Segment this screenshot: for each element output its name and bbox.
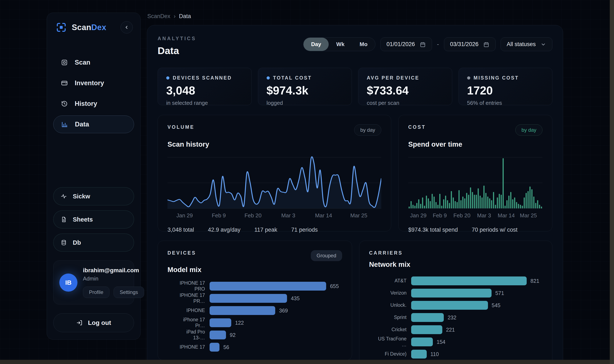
sidebar-item-label: Inventory xyxy=(75,79,104,87)
inventory-icon xyxy=(61,79,68,87)
calendar-icon xyxy=(483,41,489,48)
sidebar-item-scan[interactable]: Scan xyxy=(53,54,134,71)
settings-button[interactable]: Settings xyxy=(114,286,144,298)
x-tick-label: Mar 14 xyxy=(315,212,332,219)
hbar-category-label: US TracFone … xyxy=(369,336,406,348)
hbar-row: Sprint232 xyxy=(369,312,542,324)
hbar-bar xyxy=(411,350,427,359)
hbar-row: AT&T821 xyxy=(369,275,542,287)
tool-label: Db xyxy=(73,239,81,246)
stat-dot xyxy=(467,76,470,79)
hbar-value: 92 xyxy=(230,332,236,338)
chart-eyebrow: COST xyxy=(408,124,426,130)
granularity-toggle[interactable]: DayWkMo xyxy=(303,38,375,51)
grouped-toggle-chip[interactable]: Grouped xyxy=(311,250,342,261)
scandex-logo-icon xyxy=(55,21,67,33)
sidebar-item-inventory[interactable]: Inventory xyxy=(53,74,134,92)
footer-stat: 71 periods xyxy=(291,227,318,233)
page-header: ANALYTICS Data DayWkMo 01/01/2026 - 03/3… xyxy=(157,36,552,56)
by-day-chip: by day xyxy=(354,124,381,136)
hbar-row: US TracFone …154 xyxy=(369,336,542,348)
file-icon xyxy=(61,216,67,223)
profile-email: ibrahim@gmail.com xyxy=(83,267,144,274)
x-tick-label: Feb 9 xyxy=(433,212,447,219)
hbar-category-label: iPhone 17 Pr… xyxy=(168,317,205,328)
range-option-day[interactable]: Day xyxy=(303,38,329,51)
logout-button[interactable]: Log out xyxy=(53,313,134,332)
hbar-bar xyxy=(209,306,275,315)
sidebar-tool-sheets[interactable]: Sheets xyxy=(53,210,134,229)
carriers-chart-card: CARRIERS Network mix AT&T821Verizon571Un… xyxy=(359,241,552,364)
network-mix-bar-chart: AT&T821Verizon571Unlock.545Sprint232Cric… xyxy=(369,275,542,364)
stat-card-total-cost: TOTAL COST $974.3k logged xyxy=(258,68,352,105)
sidebar-item-history[interactable]: History xyxy=(53,95,134,113)
stat-card-avg-per-device: AVG PER DEVICE $733.64 cost per scan xyxy=(358,68,452,105)
breadcrumb-separator: › xyxy=(174,13,176,20)
date-from-input[interactable]: 01/01/2026 xyxy=(380,38,432,51)
hbar-row: iPhone 17 Pr…122 xyxy=(168,317,342,329)
x-tick-label: Feb 20 xyxy=(245,212,261,219)
logout-label: Log out xyxy=(88,319,111,326)
x-axis-labels: Jan 29Feb 9Feb 20Mar 3Mar 14Mar 25 xyxy=(408,212,542,221)
status-filter-dropdown[interactable]: All statuses xyxy=(501,38,552,51)
activity-icon xyxy=(61,193,67,199)
stat-value: $974.3k xyxy=(267,84,343,97)
chevron-down-icon xyxy=(540,41,546,47)
hbar-value: 435 xyxy=(291,295,300,301)
page-title: Data xyxy=(157,45,196,56)
breadcrumb-root[interactable]: ScanDex xyxy=(147,13,170,20)
stat-value: 1720 xyxy=(467,84,544,97)
sidebar-collapse-button[interactable] xyxy=(121,21,133,33)
hbar-bar xyxy=(411,313,444,322)
hbar-bar xyxy=(411,289,492,298)
date-to-value: 03/31/2026 xyxy=(450,41,479,48)
date-range-separator: - xyxy=(437,41,439,48)
hbar-category-label: iPad Pro 13-… xyxy=(168,329,205,341)
hbar-category-label: Verizon xyxy=(369,290,406,296)
footer-stat: $974.3k total spend xyxy=(408,227,458,233)
range-option-mo[interactable]: Mo xyxy=(352,38,375,51)
profile-role: Admin xyxy=(83,275,144,282)
x-tick-label: Jan 29 xyxy=(410,212,427,219)
date-to-input[interactable]: 03/31/2026 xyxy=(444,38,496,51)
x-axis-labels: Jan 29Feb 9Feb 20Mar 3Mar 14Mar 25 xyxy=(168,212,381,221)
x-tick-label: Mar 25 xyxy=(350,212,367,219)
hbar-category-label: IPHONE 17 PRO xyxy=(168,280,205,292)
hbar-row: IPHONE 1756 xyxy=(168,341,342,353)
breadcrumb: ScanDex › Data xyxy=(147,13,191,20)
hbar-row: Fi Device)110 xyxy=(369,348,542,360)
chart-title: Scan history xyxy=(168,140,381,148)
sidebar-tool-sickw[interactable]: Sickw xyxy=(53,187,134,205)
avatar: IB xyxy=(59,273,78,292)
footer-stat: 70 periods w/ cost xyxy=(472,227,518,233)
hbar-value: 545 xyxy=(492,302,501,309)
sidebar-item-label: History xyxy=(75,100,97,107)
sidebar-item-data[interactable]: Data xyxy=(53,116,134,133)
stat-subtext: in selected range xyxy=(166,100,243,106)
chart-footer-stats: 3,048 total42.9 avg/day117 peak71 period… xyxy=(168,227,381,233)
header-controls: DayWkMo 01/01/2026 - 03/31/2026 All stat… xyxy=(303,38,552,51)
sidebar-nav: Scan Inventory History Data xyxy=(53,54,134,133)
range-option-wk[interactable]: Wk xyxy=(329,38,352,51)
profile-button[interactable]: Profile xyxy=(83,286,109,298)
time-series-row: VOLUME by day Scan history Jan 29Feb 9Fe… xyxy=(157,115,552,232)
tool-label: Sheets xyxy=(73,216,93,223)
hbar-value: 369 xyxy=(279,308,288,314)
hbar-category-label: Fi Device) xyxy=(369,351,406,357)
hbar-bar xyxy=(209,318,231,327)
hbar-value: 821 xyxy=(530,278,539,284)
x-tick-label: Feb 9 xyxy=(212,212,226,219)
chevron-left-icon xyxy=(124,25,130,30)
chart-eyebrow: DEVICES xyxy=(168,250,196,256)
volume-chart-card: VOLUME by day Scan history Jan 29Feb 9Fe… xyxy=(157,115,391,232)
chart-title: Spend over time xyxy=(408,140,542,148)
hbar-bar xyxy=(209,343,220,351)
stats-row: DEVICES SCANNED 3,048 in selected range … xyxy=(157,68,552,105)
sidebar-tools: Sickw Sheets Db xyxy=(53,187,134,252)
x-tick-label: Mar 3 xyxy=(281,212,295,219)
sidebar-tool-db[interactable]: Db xyxy=(53,234,134,252)
stat-card-missing-cost: MISSING COST 1720 56% of entries xyxy=(458,68,553,105)
stat-label: AVG PER DEVICE xyxy=(367,75,419,81)
hbar-category-label: IPHONE 17 xyxy=(168,344,205,350)
brand-title: ScanDex xyxy=(72,23,106,32)
